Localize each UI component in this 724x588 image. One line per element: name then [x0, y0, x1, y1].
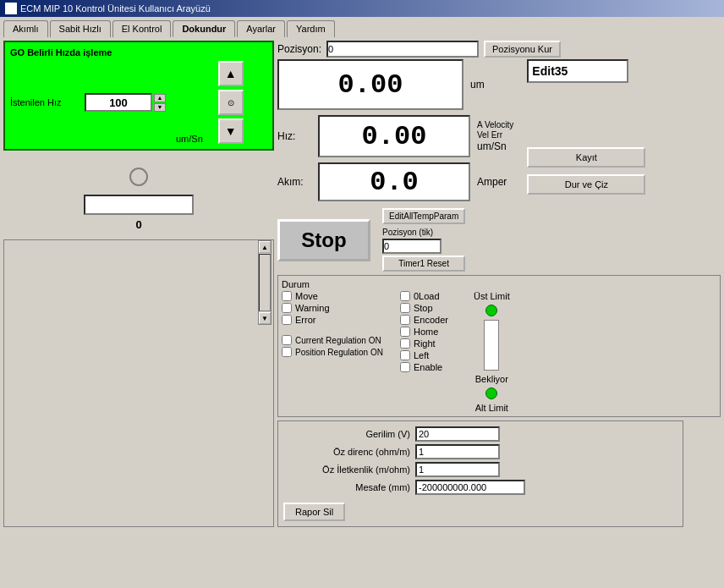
oz-direnc-input[interactable] — [415, 444, 500, 459]
durum-box: Durum Move Warning Error Current Regulat… — [277, 275, 721, 417]
indicator-area: 0 — [3, 156, 274, 234]
tab-akimli[interactable]: Akımlı — [3, 20, 48, 37]
dur-ve-ciz-btn[interactable]: Dur ve Çiz — [527, 174, 645, 195]
pos-tik-label: Pozisyon (tik) — [382, 228, 465, 237]
cb-warning-label: Warning — [295, 303, 330, 313]
arrow-down-btn[interactable]: ▼ — [218, 118, 244, 144]
cb-left-input[interactable] — [400, 350, 410, 360]
edit35-box: Edit35 — [527, 59, 628, 83]
mesafe-row: Mesafe (mm) — [283, 480, 677, 495]
cb-error-input[interactable] — [282, 315, 292, 325]
position-input[interactable] — [326, 41, 479, 58]
displays-area: 0.00 um Hız: 0.00 A Velocity Vel Err um/… — [277, 59, 721, 205]
spin-down-btn[interactable]: ▼ — [154, 103, 166, 112]
far-right-col: Edit35 Kayıt Dur ve Çiz — [527, 59, 645, 195]
pos-display: 0.00 — [277, 59, 463, 110]
tab-ayarlar[interactable]: Ayarlar — [237, 20, 285, 37]
tab-dokundur[interactable]: Dokundur — [173, 20, 235, 37]
cb-stop-input[interactable] — [400, 303, 410, 313]
tab-sabit-hizli[interactable]: Sabit Hızlı — [50, 20, 111, 37]
cb-enable[interactable]: Enable — [400, 362, 448, 372]
cb-move-input[interactable] — [282, 291, 292, 301]
oz-iletkenlik-input[interactable] — [415, 462, 500, 477]
cb-enable-label: Enable — [414, 362, 442, 372]
limit-bar — [484, 320, 499, 371]
cb-0load-label: 0Load — [414, 291, 440, 301]
cb-home[interactable]: Home — [400, 327, 448, 337]
kayit-btn[interactable]: Kayıt — [527, 147, 645, 168]
arrow-center-btn[interactable]: ⊙ — [218, 90, 244, 115]
tab-el-kontrol[interactable]: El Kontrol — [112, 20, 172, 37]
scroll-down-arrow[interactable]: ▼ — [259, 312, 271, 324]
left-panel: GO Belirli Hızda işleme İstenilen Hız ▲ … — [3, 41, 274, 527]
cb-0load[interactable]: 0Load — [400, 291, 448, 301]
cb-stop-label: Stop — [414, 303, 433, 313]
hiz-label: Hız: — [277, 130, 311, 142]
alt-limit-label: Alt Limit — [475, 403, 508, 413]
reg-position-label: Position Regulation ON — [295, 348, 383, 357]
cb-enable-input[interactable] — [400, 362, 410, 372]
oz-direnc-row: Öz direnc (ohm/m) — [283, 444, 677, 459]
right-panel: Pozisyon: Pozisyonu Kur 0.00 um Hız: 0.0… — [277, 41, 721, 527]
app-icon — [5, 3, 17, 14]
mesafe-label: Mesafe (mm) — [283, 482, 410, 492]
timer1-reset-btn[interactable]: Timer1 Reset — [382, 256, 465, 272]
direction-buttons: ▲ ⊙ ▼ — [218, 61, 244, 144]
scroll-thumb — [259, 254, 271, 311]
gerilim-input[interactable] — [415, 426, 500, 442]
pos-tik-input[interactable] — [382, 239, 442, 254]
cb-error[interactable]: Error — [282, 315, 383, 325]
ust-limit-label: Üst Limit — [474, 291, 510, 301]
stop-btn[interactable]: Stop — [277, 219, 370, 261]
spin-buttons: ▲ ▼ — [154, 94, 166, 112]
displays-col: 0.00 um Hız: 0.00 A Velocity Vel Err um/… — [277, 59, 513, 205]
cb-right-input[interactable] — [400, 338, 410, 349]
cb-right-label: Right — [414, 338, 436, 349]
rapor-sil-btn[interactable]: Rapor Sil — [283, 503, 345, 521]
cb-encoder[interactable]: Encoder — [400, 315, 448, 325]
zero-label: 0 — [135, 218, 141, 231]
go-box-row: İstenilen Hız ▲ ▼ um/Sn ▲ ⊙ ▼ — [10, 61, 267, 144]
oz-iletkenlik-row: Öz İletkenlik (m/ohm) — [283, 462, 677, 477]
reg-current[interactable]: Current Regulation ON — [282, 335, 383, 345]
cb-right[interactable]: Right — [400, 338, 448, 349]
vel-display: 0.00 — [318, 115, 470, 157]
mesafe-input[interactable] — [415, 480, 525, 495]
scroll-bar[interactable]: ▲ ▼ — [258, 240, 272, 325]
vel-display-row: Hız: 0.00 A Velocity Vel Err um/Sn — [277, 115, 513, 157]
cb-0load-input[interactable] — [400, 291, 410, 301]
reg-position-input[interactable] — [282, 347, 292, 357]
cb-warning-input[interactable] — [282, 303, 292, 313]
pozisyonu-kur-btn[interactable]: Pozisyonu Kur — [484, 41, 561, 58]
cb-encoder-label: Encoder — [414, 315, 448, 325]
title-bar-text: ECM MIP 10 Kontrol Ünitesi Kullanıcı Ara… — [20, 3, 211, 14]
cb-move[interactable]: Move — [282, 291, 383, 301]
left-text-box[interactable] — [84, 195, 194, 215]
edit-all-temp-param-btn[interactable]: EditAllTempParam — [382, 208, 465, 224]
cb-left[interactable]: Left — [400, 350, 448, 360]
pos-unit: um — [470, 79, 485, 91]
cb-stop[interactable]: Stop — [400, 303, 448, 313]
cb-warning[interactable]: Warning — [282, 303, 383, 313]
oz-direnc-label: Öz direnc (ohm/m) — [283, 447, 410, 457]
scroll-container: ▲ ▼ — [4, 240, 273, 526]
go-box: GO Belirli Hızda işleme İstenilen Hız ▲ … — [3, 41, 274, 151]
cur-display: 0.0 — [318, 162, 470, 201]
scroll-up-arrow[interactable]: ▲ — [259, 241, 271, 253]
vel-sub2: Vel Err — [477, 130, 513, 140]
tab-yardim[interactable]: Yardım — [287, 20, 335, 37]
reg-current-input[interactable] — [282, 335, 292, 345]
spin-up-btn[interactable]: ▲ — [154, 94, 166, 102]
bekliyor-label: Bekliyor — [475, 374, 508, 384]
hiz-input[interactable] — [85, 93, 152, 112]
cb-home-input[interactable] — [400, 327, 410, 337]
cb-error-label: Error — [295, 315, 315, 325]
arrow-up-btn[interactable]: ▲ — [218, 61, 244, 86]
durum-inner: Move Warning Error Current Regulation ON… — [282, 291, 716, 413]
params-panel: Gerilim (V) Öz direnc (ohm/m) Öz İletken… — [277, 420, 683, 527]
akım-label: Akım: — [277, 176, 311, 188]
go-box-title: GO Belirli Hızda işleme — [10, 47, 267, 58]
durum-col1: Move Warning Error Current Regulation ON… — [282, 291, 383, 413]
reg-position[interactable]: Position Regulation ON — [282, 347, 383, 357]
cb-encoder-input[interactable] — [400, 315, 410, 325]
